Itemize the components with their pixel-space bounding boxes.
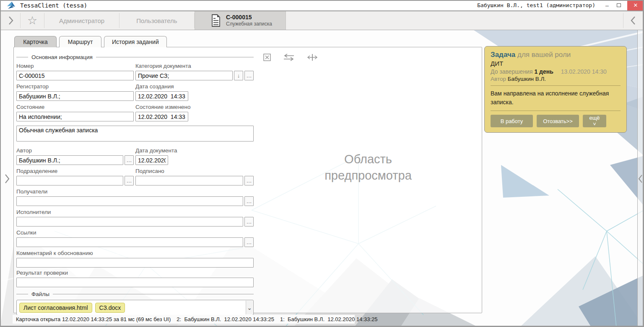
split-resize-icon xyxy=(307,53,318,62)
sostoyanie-izmeneno-input[interactable] xyxy=(135,112,188,121)
tab-marshrut[interactable]: Маршрут xyxy=(59,36,101,47)
podpisano-select-button[interactable]: … xyxy=(244,176,254,185)
ellipsis-icon: … xyxy=(247,198,252,204)
podpisano-input[interactable] xyxy=(135,176,243,185)
section-header-files: Файлы xyxy=(16,291,254,297)
poluchateli-select-button[interactable]: … xyxy=(244,196,254,206)
tessa-logo-icon xyxy=(7,1,16,10)
current-user-label: Бабушкин В.Л., test1 (администратор) xyxy=(477,2,595,8)
tab-administrator[interactable]: Администратор xyxy=(44,11,119,30)
tab-polzovatel[interactable]: Пользователь xyxy=(119,11,194,30)
nomer-input[interactable] xyxy=(16,71,134,80)
section-header-main-info: Основная информация xyxy=(16,54,254,60)
files-scroll-button[interactable]: ⌄ xyxy=(246,301,253,314)
maximize-icon xyxy=(617,3,621,7)
right-panel-expander[interactable] xyxy=(637,30,643,327)
close-box-icon xyxy=(263,54,271,61)
task-deadline-date: 13.02.2020 14:30 xyxy=(561,68,607,75)
poluchateli-input[interactable] xyxy=(16,196,243,206)
card-tab-bar: Карточка Маршрут История заданий xyxy=(14,36,167,47)
ellipsis-icon: … xyxy=(247,239,252,245)
task-author: Бабушкин В.Л. xyxy=(508,76,546,82)
kategoria-input[interactable] xyxy=(135,71,233,80)
document-tab-number: С-000015 xyxy=(226,14,272,21)
tab-document-active[interactable]: С-000015 Служебная записка xyxy=(195,11,286,30)
podrazdelenie-input[interactable] xyxy=(16,176,123,185)
ssylki-input[interactable] xyxy=(16,237,243,247)
sostoyanie-izmeneno-label: Состояние изменено xyxy=(135,104,254,111)
rezultat-input[interactable] xyxy=(16,278,254,287)
favorites-star-icon[interactable]: ☆ xyxy=(21,11,44,30)
sostoyanie-input[interactable] xyxy=(16,112,134,121)
poluchateli-label: Получатели xyxy=(16,188,254,195)
file-chip[interactable]: СЗ.docx xyxy=(95,303,125,313)
ellipsis-icon: … xyxy=(247,72,252,79)
task-title: Задача xyxy=(491,51,515,59)
ellipsis-icon: … xyxy=(247,178,252,184)
kommentariy-label: Комментарий к обоснованию xyxy=(16,250,254,257)
podrazdelenie-label: Подразделение xyxy=(16,168,134,175)
task-author-label: Автор xyxy=(491,76,506,82)
preview-toolbar xyxy=(263,53,479,62)
kategoria-label: Категория документа xyxy=(135,63,254,70)
data-dokumenta-label: Дата документа xyxy=(135,147,254,154)
chevron-right-icon xyxy=(8,16,13,25)
form-column: Основная информация Номер Категория доку… xyxy=(16,52,254,315)
preview-placeholder-text: Область предпросмотра xyxy=(309,151,427,184)
chevron-down-icon: ˅ xyxy=(593,121,596,127)
document-card-panel: Карточка Маршрут История заданий Основна… xyxy=(13,36,482,313)
left-panel-expander[interactable] xyxy=(1,30,13,327)
chevron-left-icon xyxy=(631,16,636,25)
scroll-down-icon: ⌄ xyxy=(247,304,252,311)
registrator-input[interactable] xyxy=(16,91,134,101)
app-window: TessaClient (tessa) Бабушкин В.Л., test1… xyxy=(0,0,644,327)
ssylki-label: Ссылки xyxy=(16,229,254,236)
tabs-scroll-right-button[interactable] xyxy=(623,11,643,30)
window-title: TessaClient (tessa) xyxy=(20,2,87,9)
withdraw-button[interactable]: Отозвать>> xyxy=(537,115,579,127)
ssylki-select-button[interactable]: … xyxy=(244,237,254,247)
ispolniteli-select-button[interactable]: … xyxy=(244,217,254,227)
sostoyanie-label: Состояние xyxy=(16,104,134,111)
kategoria-dropdown-button[interactable]: ↓ xyxy=(234,71,243,80)
ellipsis-icon: … xyxy=(127,157,132,163)
section-title: Основная информация xyxy=(28,54,96,60)
avtor-input[interactable] xyxy=(16,155,123,165)
file-chip[interactable]: Лист согласования.html xyxy=(19,303,92,313)
task-deadline-value: 1 день xyxy=(534,68,553,75)
tab-kartochka[interactable]: Карточка xyxy=(14,36,57,47)
data-sozdania-input[interactable] xyxy=(135,91,188,101)
swap-arrows-icon xyxy=(283,54,295,61)
split-resize-button[interactable] xyxy=(307,53,318,62)
status-card-opened: Карточка открыта 12.02.2020 14:33:25 за … xyxy=(16,316,171,322)
status-entry-2: 2: Бабушкин В.Л. 12.02.2020 14:33:25 xyxy=(177,316,274,322)
kommentariy-input[interactable] xyxy=(16,258,254,268)
status-entry-1: 1: Бабушкин В.Л. 12.02.2020 14:33:25 xyxy=(280,316,378,322)
close-preview-button[interactable] xyxy=(263,54,271,61)
nomer-label: Номер xyxy=(16,63,134,70)
task-card: Задача для вашей роли ДИТ До завершения … xyxy=(484,46,627,133)
avtor-select-button[interactable]: … xyxy=(125,155,134,165)
task-message: Вам направлена на исполнение служебная з… xyxy=(485,86,626,111)
card-surface: Основная информация Номер Категория доку… xyxy=(13,47,482,313)
tabs-scroll-left-button[interactable] xyxy=(1,11,20,30)
data-dokumenta-input[interactable] xyxy=(135,155,168,165)
minimize-button[interactable]: – xyxy=(601,0,613,10)
description-textarea[interactable]: Обычная служебная записка xyxy=(16,126,254,142)
chevron-left-icon xyxy=(638,174,643,183)
kategoria-select-button[interactable]: … xyxy=(244,71,254,80)
podrazdelenie-select-button[interactable]: … xyxy=(125,176,134,185)
take-to-work-button[interactable]: В работу xyxy=(491,115,533,127)
close-button[interactable]: ✕ xyxy=(627,0,644,10)
document-tab-subtitle: Служебная записка xyxy=(226,21,272,27)
ispolniteli-label: Исполнители xyxy=(16,209,254,216)
more-button[interactable]: ещё ˅ xyxy=(583,115,606,127)
tab-istoriya-zadaniy[interactable]: История заданий xyxy=(104,36,167,47)
chevron-right-icon xyxy=(4,174,10,184)
swap-panels-button[interactable] xyxy=(283,54,295,61)
ellipsis-icon: … xyxy=(127,178,132,184)
maximize-button[interactable] xyxy=(613,0,625,10)
down-arrow-icon: ↓ xyxy=(237,72,240,79)
ispolniteli-input[interactable] xyxy=(16,217,243,227)
files-section-title: Файлы xyxy=(28,291,53,297)
